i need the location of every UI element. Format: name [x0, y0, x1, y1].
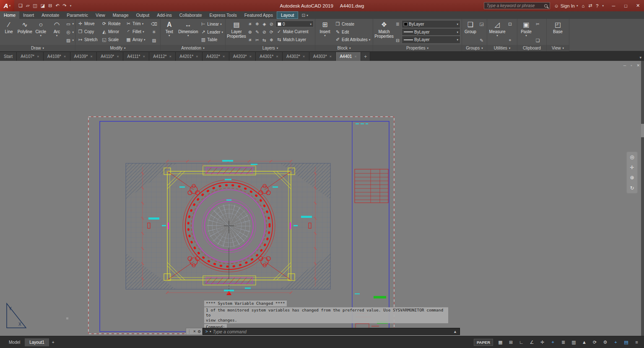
ribbon-tab-express-tools[interactable]: Express Tools [205, 11, 240, 19]
ellipse-button[interactable]: ◎▾ [65, 29, 74, 35]
trim-button[interactable]: ✂Trim▾ [125, 20, 150, 28]
help-menu-icon[interactable]: ▾ [602, 4, 604, 7]
base-button[interactable]: ◰Base [551, 20, 566, 44]
layout1-tab[interactable]: Layout1 [25, 338, 49, 346]
panel-label-utilities[interactable]: Utilities▾ [487, 45, 517, 51]
close-icon[interactable]: ✕ [37, 55, 39, 58]
insert-button[interactable]: ⊞Insert▾ [317, 20, 333, 44]
panel-label-clipboard[interactable]: Clipboard [517, 45, 546, 51]
file-tab[interactable]: A4107*✕ [17, 52, 44, 61]
zoom-icon[interactable]: ⊕ [630, 175, 634, 181]
linetype-select[interactable]: ByLayer▾ [402, 36, 460, 44]
transparency-icon[interactable]: ▥ [571, 340, 577, 345]
ribbon-tab-output[interactable]: Output [132, 11, 153, 19]
explode-icon[interactable]: ✳ [151, 29, 157, 35]
cut-icon[interactable]: ✂ [535, 21, 541, 27]
ribbon-tab-collaborate[interactable]: Collaborate [176, 11, 206, 19]
lineweight-select[interactable]: ByLayer▾ [402, 28, 460, 36]
edit-attributes-button[interactable]: ✐Edit Attributes▾ [334, 36, 371, 44]
copy-clip-icon[interactable]: ❏ [535, 37, 541, 43]
panel-label-groups[interactable]: Groups▾ [462, 45, 487, 51]
close-icon[interactable]: ✕ [249, 55, 252, 58]
file-tab[interactable]: A4108*✕ [44, 52, 70, 61]
file-tab-start[interactable]: Start [0, 52, 17, 61]
sign-in-button[interactable]: ☺ Sign In ▾ [554, 3, 578, 8]
ribbon-tab-manage[interactable]: Manage [109, 11, 132, 19]
new-file-icon[interactable]: ❏ [18, 3, 23, 8]
file-tab[interactable]: A4303*✕ [309, 52, 336, 61]
annotation-visibility-icon[interactable]: ▲ [581, 340, 587, 345]
annotation-monitor-icon[interactable]: + [613, 340, 619, 345]
help-icon[interactable]: ? [596, 3, 598, 8]
new-drawing-tab-button[interactable]: + [361, 52, 370, 61]
close-icon[interactable]: ✕ [303, 55, 305, 58]
array-button[interactable]: ▦Array▾ [125, 36, 150, 44]
doc-minimize-icon[interactable]: ─ [623, 63, 626, 68]
file-tabs-menu-icon[interactable]: ▾ [639, 55, 641, 60]
ribbon-tab-featured-apps[interactable]: Featured Apps [241, 11, 277, 19]
file-tab[interactable]: A4109*✕ [70, 52, 97, 61]
ribbon-tab-view[interactable]: View [92, 11, 109, 19]
dimension-button[interactable]: ↔Dimension▾ [177, 20, 199, 44]
ortho-icon[interactable]: ∟ [518, 340, 525, 345]
ribbon-tab-annotate[interactable]: Annotate [38, 11, 63, 19]
rectangle-button[interactable]: ▭▾ [65, 21, 74, 27]
layer-properties-button[interactable]: ▤Layer Properties [227, 20, 246, 44]
doc-close-icon[interactable]: ✕ [636, 63, 640, 68]
plot-icon[interactable]: ⊟ [48, 3, 52, 8]
steering-wheel-icon[interactable]: ◎ [630, 154, 634, 160]
layer-freeze-icon[interactable]: ❄ [254, 21, 260, 27]
polyline-button[interactable]: ∿Polyline [17, 20, 32, 44]
close-icon[interactable]: ✕ [64, 55, 66, 58]
file-tab[interactable]: A4302*✕ [283, 52, 309, 61]
layer-tool-icon[interactable]: ❄ [268, 37, 275, 43]
panel-label-annotation[interactable]: Annotation▾ [161, 45, 225, 51]
circle-button[interactable]: ○Circle▾ [33, 20, 48, 44]
drag-grip-icon[interactable]: ⋮ [187, 329, 192, 334]
close-button[interactable]: ✕ [632, 0, 644, 11]
id-point-icon[interactable]: ⌖ [507, 37, 513, 43]
grid-icon[interactable]: ▦ [497, 340, 504, 345]
close-icon[interactable]: ✕ [196, 55, 198, 58]
close-icon[interactable]: ✕ [193, 330, 196, 333]
maximize-button[interactable]: □ [620, 0, 632, 11]
properties-list-icon[interactable]: ≣ [395, 21, 401, 27]
move-button[interactable]: ✛Move [77, 20, 101, 28]
doc-restore-icon[interactable]: ▫ [631, 63, 632, 68]
create-block-button[interactable]: ❒Create [334, 20, 371, 28]
layer-tool-icon[interactable]: ✎ [254, 29, 260, 35]
line-button[interactable]: ∕Line [1, 20, 16, 44]
rotate-button[interactable]: ⟳Rotate [101, 20, 125, 28]
ungroup-icon[interactable]: ◲ [478, 21, 485, 27]
edit-block-button[interactable]: ✎Edit [334, 28, 371, 36]
layer-select[interactable]: 0 ▾ [275, 21, 314, 27]
properties-box-icon[interactable]: ⊟ [395, 37, 401, 43]
match-layer-button[interactable]: ⇆Match Layer [275, 36, 307, 44]
arc-button[interactable]: ◠Arc▾ [49, 20, 64, 44]
match-properties-button[interactable]: ❖MatchProperties [374, 20, 394, 44]
layer-tool-icon[interactable]: ⟳ [268, 29, 275, 35]
new-layout-button[interactable]: + [49, 338, 57, 346]
close-icon[interactable]: ✕ [169, 55, 171, 58]
panel-label-properties[interactable]: Properties▾ [373, 45, 462, 51]
linear-button[interactable]: ⊢Linear▾ [200, 20, 224, 28]
drawing-canvas[interactable]: Y X ─ ▫ ✕ ◎ ✛ ⊕ ↻ **** System Variable C… [0, 61, 644, 336]
group-edit-icon[interactable]: ✎ [478, 37, 485, 43]
close-icon[interactable]: ✕ [117, 55, 119, 58]
leader-button[interactable]: ↗Leader▾ [200, 28, 224, 36]
close-icon[interactable]: ✕ [223, 55, 225, 58]
file-tab[interactable]: A4110*✕ [97, 52, 123, 61]
wrench-icon[interactable]: ⚙ [197, 330, 201, 334]
paste-button[interactable]: ▣Paste▾ [519, 20, 534, 44]
panel-label-layers[interactable]: Layers▾ [226, 45, 315, 51]
ribbon-tab-addins[interactable]: Add-ins [153, 11, 176, 19]
ribbon-tab-parametric[interactable]: Parametric [63, 11, 92, 19]
close-icon[interactable]: ✕ [330, 55, 332, 58]
workspace-switching-icon[interactable]: ⚙ [602, 340, 608, 345]
scrollbar-thumb[interactable] [641, 124, 644, 137]
file-tab-active[interactable]: A4401✕ [336, 52, 361, 61]
command-history-up-icon[interactable]: ▲ [453, 330, 457, 334]
layer-lock-icon[interactable]: ◈ [261, 21, 267, 27]
search-icon[interactable] [544, 4, 548, 8]
qat-customize-icon[interactable]: ▾ [70, 4, 72, 7]
